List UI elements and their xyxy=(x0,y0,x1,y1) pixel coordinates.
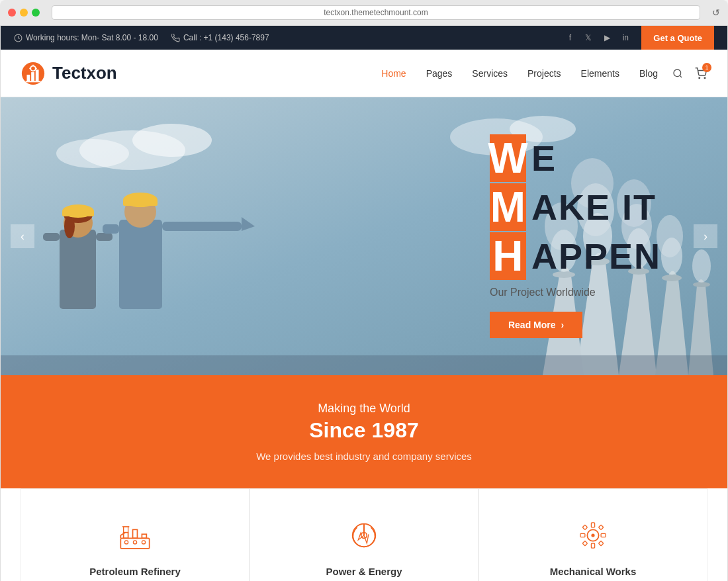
nav-home[interactable]: Home xyxy=(381,68,406,79)
service-title-2: Mechanical Works xyxy=(499,566,687,577)
logo-icon xyxy=(21,61,46,86)
svg-rect-70 xyxy=(598,541,603,545)
service-card-1[interactable]: Power & Energy xyxy=(250,488,478,581)
svg-rect-68 xyxy=(598,525,603,529)
svg-point-56 xyxy=(124,541,128,544)
svg-rect-36 xyxy=(1,355,727,375)
svg-rect-67 xyxy=(582,525,587,529)
nav-pages[interactable]: Pages xyxy=(426,68,453,79)
svg-rect-45 xyxy=(119,220,162,309)
hero-rest-3: APPEN xyxy=(526,236,661,277)
twitter-icon[interactable]: 𝕏 xyxy=(582,32,594,44)
hero-rest-2: AKE IT xyxy=(526,187,657,228)
svg-rect-4 xyxy=(36,69,39,81)
service-title-0: Petroleum Refinery xyxy=(41,566,229,577)
svg-point-40 xyxy=(64,214,75,238)
svg-rect-37 xyxy=(60,230,96,309)
svg-point-28 xyxy=(662,275,682,281)
reload-button[interactable]: ↺ xyxy=(712,7,720,18)
hero-content: W E M AKE IT H APPEN Our Project Worldwi… xyxy=(490,134,661,338)
svg-rect-51 xyxy=(103,224,119,234)
svg-point-12 xyxy=(699,77,700,79)
browser-chrome: tectxon.themetechmount.com ↺ xyxy=(0,0,728,25)
svg-rect-44 xyxy=(96,233,113,241)
banner-title: Since 1987 xyxy=(40,418,688,443)
window-minimize-dot[interactable] xyxy=(20,9,28,17)
svg-rect-43 xyxy=(43,233,60,241)
svg-point-58 xyxy=(142,541,145,544)
hero-title: W E M AKE IT H APPEN xyxy=(490,134,661,280)
hero-line-2: M AKE IT xyxy=(490,183,661,231)
svg-point-31 xyxy=(693,282,710,287)
hero-letter-m: M xyxy=(490,183,526,231)
cart-button[interactable]: 1 xyxy=(694,67,707,80)
svg-point-57 xyxy=(133,541,136,544)
svg-rect-48 xyxy=(123,200,158,206)
factory-icon xyxy=(115,515,155,555)
svg-rect-3 xyxy=(31,72,34,81)
svg-point-62 xyxy=(591,533,594,537)
svg-line-11 xyxy=(680,75,682,77)
browser-titlebar: tectxon.themetechmount.com ↺ xyxy=(0,5,728,25)
svg-point-17 xyxy=(56,139,129,168)
phone-info: Call : +1 (143) 456-7897 xyxy=(171,33,269,42)
site-wrapper: Working hours: Mon- Sat 8.00 - 18.00 Cal… xyxy=(0,25,728,581)
window-maximize-dot[interactable] xyxy=(32,9,40,17)
search-button[interactable] xyxy=(671,67,684,80)
hero-slider: W E M AKE IT H APPEN Our Project Worldwi… xyxy=(1,97,727,375)
hero-letter-w: W xyxy=(490,134,526,182)
logo[interactable]: Tectxon xyxy=(21,61,117,86)
window-close-dot[interactable] xyxy=(8,9,16,17)
svg-rect-64 xyxy=(591,543,594,548)
banner-description: We provides best industry and company se… xyxy=(40,451,688,462)
service-card-0[interactable]: Petroleum Refinery xyxy=(21,488,250,581)
address-bar[interactable]: tectxon.themetechmount.com xyxy=(52,5,700,20)
nav-services[interactable]: Services xyxy=(472,68,508,79)
svg-rect-65 xyxy=(580,533,585,537)
read-more-arrow: › xyxy=(561,320,565,330)
svg-rect-49 xyxy=(162,222,242,231)
svg-point-10 xyxy=(674,69,681,77)
top-bar: Working hours: Mon- Sat 8.00 - 18.00 Cal… xyxy=(1,26,727,50)
hero-line-1: W E xyxy=(490,134,661,182)
phone-icon xyxy=(171,34,180,42)
slider-prev-button[interactable]: ‹ xyxy=(11,224,34,248)
nav-blog[interactable]: Blog xyxy=(639,68,658,79)
read-more-button[interactable]: Read More › xyxy=(490,312,582,338)
svg-rect-54 xyxy=(133,529,138,538)
logo-text: Tectxon xyxy=(52,63,117,83)
services-section: Petroleum Refinery Power & Energy xyxy=(1,488,727,581)
slider-next-button[interactable]: › xyxy=(694,224,717,248)
get-quote-button[interactable]: Get a Quote xyxy=(641,26,714,50)
clock-icon xyxy=(14,34,23,42)
service-card-2[interactable]: Mechanical Works xyxy=(478,488,707,581)
nav-elements[interactable]: Elements xyxy=(581,68,619,79)
search-icon xyxy=(672,68,683,79)
svg-rect-2 xyxy=(27,74,30,81)
nav-projects[interactable]: Projects xyxy=(527,68,561,79)
top-bar-info: Working hours: Mon- Sat 8.00 - 18.00 Cal… xyxy=(14,33,564,42)
youtube-icon[interactable]: ▶ xyxy=(601,32,613,44)
svg-rect-42 xyxy=(62,211,94,216)
svg-rect-5 xyxy=(26,81,41,82)
mechanical-icon xyxy=(573,515,613,555)
nav-links: Home Pages Services Projects Elements Bl… xyxy=(381,68,658,79)
linkedin-icon[interactable]: in xyxy=(619,32,631,44)
svg-rect-69 xyxy=(582,541,587,545)
hero-line-3: H APPEN xyxy=(490,232,661,280)
svg-rect-66 xyxy=(601,533,606,537)
power-icon xyxy=(344,515,384,555)
nav-actions: 1 xyxy=(671,67,707,80)
hero-letter-h: H xyxy=(490,232,526,280)
read-more-label: Read More xyxy=(508,320,556,330)
svg-point-32 xyxy=(692,249,711,283)
svg-point-13 xyxy=(704,77,705,79)
facebook-icon[interactable]: f xyxy=(564,32,576,44)
working-hours: Working hours: Mon- Sat 8.00 - 18.00 xyxy=(14,33,158,42)
svg-rect-55 xyxy=(142,534,146,538)
svg-point-16 xyxy=(132,124,212,157)
svg-rect-63 xyxy=(591,523,594,527)
hero-subtitle: Our Project Worldwide xyxy=(490,287,661,298)
social-links: f 𝕏 ▶ in xyxy=(564,32,631,44)
hero-rest-1: E xyxy=(526,138,557,179)
